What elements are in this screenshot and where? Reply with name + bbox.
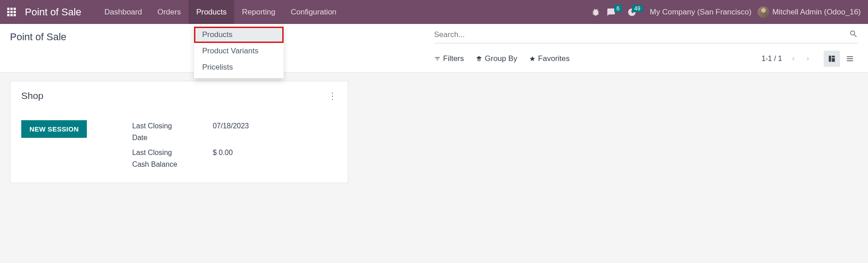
nav-products[interactable]: Products [189, 0, 234, 24]
stat-label-cash-balance: Last Closing Cash Balance [132, 147, 182, 170]
view-switcher [824, 51, 858, 67]
tools-row: Filters Group By Favorites 1-1 / 1 [434, 51, 859, 67]
stat-label-closing-date: Last Closing Date [132, 120, 182, 143]
group-by-label: Group By [485, 54, 517, 63]
dropdown-item-pricelists[interactable]: Pricelists [194, 59, 284, 75]
kanban-view-icon[interactable] [824, 51, 840, 67]
filters-button[interactable]: Filters [434, 54, 464, 63]
apps-icon[interactable] [7, 8, 16, 16]
stat-value-cash-balance: $ 0.00 [213, 147, 262, 170]
nav-orders[interactable]: Orders [150, 0, 189, 24]
card-stats: Last Closing Date 07/18/2023 Last Closin… [132, 120, 262, 174]
content: Shop ⋮ NEW SESSION Last Closing Date 07/… [0, 73, 868, 191]
nav-dashboard[interactable]: Dashboard [97, 0, 150, 24]
pager-prev[interactable] [790, 54, 797, 64]
group-by-button[interactable]: Group By [476, 54, 517, 63]
svg-rect-1 [829, 56, 831, 62]
messages-badge: 6 [614, 5, 622, 12]
topbar: Point of Sale Dashboard Orders Products … [0, 0, 868, 24]
stat-value-closing-date: 07/18/2023 [213, 120, 262, 143]
activities-icon[interactable]: 49 [627, 8, 636, 17]
app-title[interactable]: Point of Sale [25, 6, 81, 18]
topbar-right: 6 49 My Company (San Francisco) Mitchell… [591, 6, 861, 18]
card-menu-icon[interactable]: ⋮ [328, 93, 337, 99]
avatar [758, 6, 769, 18]
dropdown-item-products[interactable]: Products [194, 27, 284, 43]
favorites-button[interactable]: Favorites [529, 54, 570, 63]
filters-label: Filters [443, 54, 464, 63]
bug-icon[interactable] [591, 8, 600, 17]
pager-text: 1-1 / 1 [762, 55, 782, 63]
svg-rect-3 [832, 58, 835, 62]
products-dropdown: Products Product Variants Pricelists [194, 24, 284, 78]
list-view-icon[interactable] [842, 51, 858, 67]
favorites-label: Favorites [538, 54, 570, 63]
messages-icon[interactable]: 6 [607, 8, 616, 17]
activities-badge: 49 [632, 5, 642, 12]
search-icon[interactable] [849, 29, 858, 40]
card-title: Shop [21, 90, 43, 101]
search-row [434, 29, 859, 43]
svg-rect-2 [832, 56, 835, 57]
pos-card: Shop ⋮ NEW SESSION Last Closing Date 07/… [10, 81, 348, 183]
user-label: Mitchell Admin (Odoo_16) [772, 8, 861, 17]
control-panel: Point of Sale Filters Group By Favorites [0, 24, 868, 73]
pager: 1-1 / 1 [762, 51, 858, 67]
nav-configuration[interactable]: Configuration [283, 0, 344, 24]
dropdown-item-product-variants[interactable]: Product Variants [194, 43, 284, 59]
company-selector[interactable]: My Company (San Francisco) [650, 8, 752, 17]
new-session-button[interactable]: NEW SESSION [21, 120, 87, 138]
search-input[interactable] [434, 30, 849, 39]
nav-reporting[interactable]: Reporting [234, 0, 283, 24]
user-menu[interactable]: Mitchell Admin (Odoo_16) [758, 6, 861, 18]
pager-next[interactable] [805, 54, 811, 64]
